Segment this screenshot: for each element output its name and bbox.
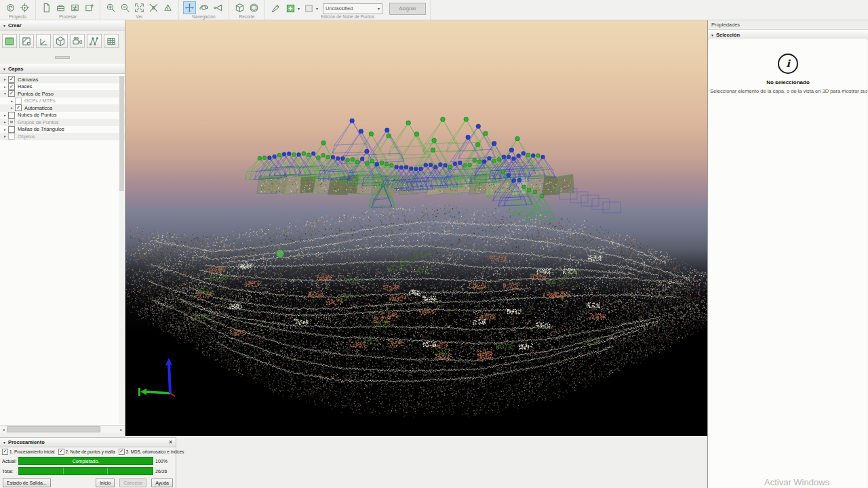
toolbox-icon[interactable] — [54, 1, 67, 14]
panel-splitter[interactable] — [0, 52, 125, 64]
processing-step-2[interactable]: ✓2. Nube de puntos y malla — [58, 449, 115, 455]
no-selection-placeholder: i No seleccionado Seleccionar elemento d… — [709, 54, 867, 94]
toolbar-group-label: Navegación — [179, 14, 229, 19]
expand-arrow-icon[interactable]: ▸ — [2, 120, 8, 124]
project-icon[interactable] — [4, 1, 17, 14]
scroll-left-arrow[interactable]: ◂ — [0, 427, 7, 432]
start-button[interactable]: Inicio — [96, 479, 115, 487]
polyline-icon[interactable] — [87, 34, 102, 48]
layer-row-automaticos[interactable]: ▸✓Automaticos — [0, 104, 125, 112]
expand-arrow-icon[interactable]: ▸ — [2, 85, 8, 89]
view-direction-icon[interactable] — [212, 1, 224, 14]
reprocess-icon[interactable] — [68, 1, 81, 14]
expand-arrow-icon[interactable]: ▸ — [2, 134, 8, 138]
processing-step-1[interactable]: ✓1. Procesamiento inicial — [2, 449, 55, 455]
scrollbar-thumb[interactable] — [119, 76, 124, 191]
current-progress-label: Actual: — [2, 459, 18, 464]
green-rectangle-icon[interactable] — [2, 34, 17, 48]
tree-vertical-scrollbar[interactable] — [119, 76, 124, 424]
toolbar-group-navegacion: Navegación — [179, 0, 229, 20]
no-selection-description: Seleccionar elemento de la capa, o de la… — [709, 88, 867, 94]
add-class-dropdown[interactable]: ▾ — [283, 1, 300, 16]
class-box-icon — [302, 2, 315, 15]
expand-arrow-icon[interactable]: ▸ — [9, 106, 15, 110]
step-checkbox[interactable]: ✓ — [119, 449, 125, 455]
step-label: 3. MDS, ortomosaico e índices — [126, 449, 184, 454]
current-progress-status: Completado. — [73, 459, 100, 464]
no-selection-title: No seleccionado — [709, 79, 867, 85]
layer-checkbox-mallas-de-triangulos[interactable] — [8, 126, 15, 133]
new-document-icon[interactable] — [40, 1, 53, 14]
layer-row-objetos[interactable]: ▸Objetos — [0, 133, 125, 140]
step-checkbox[interactable]: ✓ — [2, 449, 8, 455]
layer-label: GCPs / MTPs — [24, 98, 56, 104]
assign-button[interactable]: Asignar — [389, 3, 426, 15]
raycloud-3d-viewport[interactable] — [125, 20, 707, 436]
brush-icon[interactable] — [269, 2, 282, 15]
toolbar-group-label: Ver — [100, 14, 178, 19]
layer-checkbox-camaras[interactable]: ✓ — [8, 76, 15, 83]
layer-checkbox-puntos-de-paso[interactable]: ✓ — [8, 90, 15, 97]
create-section-header[interactable]: ▼ Crear — [0, 20, 125, 30]
add-class-icon — [284, 2, 297, 15]
axes-icon[interactable] — [36, 34, 51, 48]
collapse-arrow-icon[interactable]: ▾ — [2, 92, 8, 96]
processing-step-3[interactable]: ✓3. MDS, ortomosaico e índices — [119, 449, 184, 455]
layer-row-haces[interactable]: ▸✓Haces — [0, 83, 125, 91]
clip-box-icon[interactable] — [233, 1, 246, 14]
layer-checkbox-haces[interactable]: ✓ — [8, 83, 15, 90]
layer-row-grupos-de-puntos[interactable]: ▸Grupos de Puntos — [0, 119, 125, 126]
grid-region-icon[interactable] — [104, 34, 119, 48]
video-camera-icon[interactable] — [70, 34, 85, 48]
orbit-icon[interactable] — [197, 1, 210, 14]
expand-arrow-icon[interactable]: ▸ — [9, 99, 15, 103]
cancel-button[interactable]: Cancelar — [119, 479, 146, 487]
total-progress-value: 26/26 — [153, 469, 174, 474]
collapse-view-icon[interactable] — [147, 1, 160, 14]
zoom-out-icon[interactable] — [119, 1, 132, 14]
target-icon[interactable] — [18, 1, 31, 14]
layer-checkbox-nubes-de-puntos[interactable] — [8, 112, 15, 119]
output-status-button[interactable]: Estado de Salida... — [3, 479, 51, 487]
zoom-in-icon[interactable] — [104, 1, 117, 14]
help-button[interactable]: Ayuda — [151, 479, 173, 487]
expand-arrow-icon[interactable]: ▸ — [2, 127, 8, 131]
layer-checkbox-objetos[interactable] — [8, 133, 15, 140]
layer-label: Nubes de Puntos — [18, 112, 57, 118]
home-view-icon[interactable] — [161, 1, 174, 14]
progress-segment-divider — [63, 468, 64, 474]
surface-icon[interactable] — [19, 34, 34, 48]
properties-title: Propiedades — [708, 20, 868, 30]
layer-row-camaras[interactable]: ▸✓Cámaras — [0, 76, 125, 83]
layers-section-header[interactable]: ▼ Capas — [0, 64, 125, 74]
chevron-down-icon: ▾ — [298, 6, 300, 11]
cube-icon[interactable] — [53, 34, 68, 48]
toolbar-group-label: Procesar — [36, 14, 100, 19]
layer-row-puntos-de-paso[interactable]: ▾✓Puntos de Paso — [0, 90, 125, 98]
point-class-select[interactable]: Unclassified ▾ — [323, 3, 382, 14]
export-icon[interactable] — [83, 1, 96, 14]
tree-horizontal-scrollbar[interactable]: ◂ ▸ — [0, 425, 125, 433]
layer-row-gcps-mtps[interactable]: ▸GCPs / MTPs — [0, 98, 125, 105]
step-checkbox[interactable]: ✓ — [58, 449, 64, 455]
layer-row-mallas-de-triangulos[interactable]: ▸Mallas de Triángulos — [0, 126, 125, 134]
point-cloud-canvas[interactable] — [125, 20, 707, 436]
pan-icon[interactable] — [183, 1, 196, 14]
layer-checkbox-automaticos[interactable]: ✓ — [15, 104, 22, 111]
expand-arrow-icon[interactable]: ▸ — [2, 77, 8, 81]
clip-sphere-icon[interactable] — [248, 1, 260, 14]
point-class-value: Unclassified — [326, 5, 353, 12]
layer-checkbox-grupos-de-puntos[interactable] — [8, 119, 15, 125]
collapse-triangle-icon: ▼ — [3, 441, 6, 445]
splitter-grip[interactable] — [55, 56, 70, 59]
processing-header[interactable]: ▼ Procesamiento ✕ — [0, 438, 176, 447]
fit-view-icon[interactable] — [133, 1, 146, 14]
class-box-dropdown[interactable]: ▾ — [302, 1, 319, 16]
scrollbar-track[interactable] — [7, 426, 118, 432]
scroll-right-arrow[interactable]: ▸ — [118, 427, 125, 432]
scrollbar-thumb[interactable] — [7, 426, 100, 432]
layer-checkbox-gcps-mtps[interactable] — [15, 98, 22, 104]
layer-row-nubes-de-puntos[interactable]: ▸Nubes de Puntos — [0, 112, 125, 119]
close-icon[interactable]: ✕ — [168, 438, 173, 447]
expand-arrow-icon[interactable]: ▸ — [2, 113, 8, 117]
